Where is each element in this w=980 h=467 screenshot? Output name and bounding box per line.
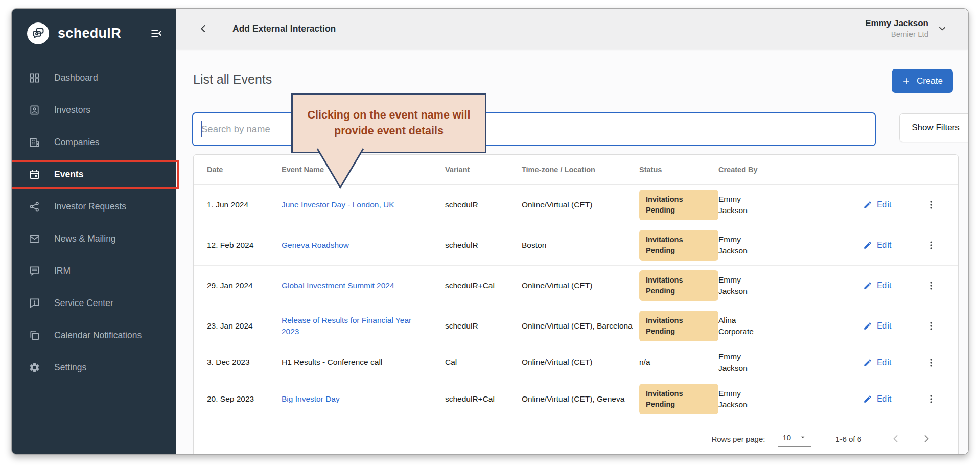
event-date: 12. Feb 2024 <box>207 240 282 251</box>
sidebar-item-events[interactable]: Events <box>12 158 176 191</box>
events-icon <box>29 169 40 180</box>
event-created-by: Emmy Jackson <box>718 194 863 217</box>
status-badge: Invitations Pending <box>639 384 718 414</box>
event-location: Boston <box>522 240 635 251</box>
sidebar-item-service-center[interactable]: Service Center <box>12 287 176 319</box>
event-status-cell: Invitations Pending <box>639 270 718 301</box>
sidebar-item-investor-requests[interactable]: Investor Requests <box>12 191 176 223</box>
create-button-label: Create <box>917 76 943 86</box>
edit-button[interactable]: Edit <box>863 320 918 332</box>
table-body: 1. Jun 2024 June Investor Day - London, … <box>194 185 958 419</box>
event-date: 23. Jan 2024 <box>207 320 282 332</box>
create-button[interactable]: Create <box>892 69 953 93</box>
user-info: Emmy Jackson Bernier Ltd <box>865 18 928 39</box>
sidebar-item-calendar-notifications[interactable]: Calendar Notifications <box>12 319 176 352</box>
kebab-icon <box>926 199 937 211</box>
sidebar: schedulR Dashboard Investors Companies E… <box>12 9 176 454</box>
edit-button[interactable]: Edit <box>863 393 918 405</box>
user-menu[interactable]: Emmy Jackson Bernier Ltd <box>865 18 948 39</box>
row-menu-button[interactable] <box>926 357 937 368</box>
table-row: 3. Dec 2023 H1 Results - Conference call… <box>194 346 958 379</box>
row-menu-button[interactable] <box>926 199 937 211</box>
mail-icon <box>29 233 40 245</box>
schedulr-logo-icon <box>27 22 49 44</box>
edit-button[interactable]: Edit <box>863 357 918 369</box>
sidebar-item-news-mailing[interactable]: News & Mailing <box>12 223 176 255</box>
back-button[interactable] <box>198 23 209 34</box>
kebab-icon <box>926 240 937 251</box>
rows-per-page-label: Rows per page: <box>711 435 765 443</box>
row-menu-button[interactable] <box>926 240 937 251</box>
status-badge: Invitations Pending <box>639 311 718 341</box>
event-status-cell: n/a <box>639 357 718 368</box>
table-row: 23. Jan 2024 Release of Results for Fina… <box>194 306 958 346</box>
event-date: 1. Jun 2024 <box>207 199 282 211</box>
sidebar-item-irm[interactable]: IRM <box>12 255 176 287</box>
sidebar-item-companies[interactable]: Companies <box>12 126 176 158</box>
event-variant: Cal <box>445 357 522 368</box>
edit-button[interactable]: Edit <box>863 239 918 251</box>
event-name-link[interactable]: Global Investment Summit 2024 <box>282 281 394 290</box>
edit-button[interactable]: Edit <box>863 199 918 211</box>
column-header: Created By <box>718 166 863 174</box>
next-page-button[interactable] <box>920 433 932 445</box>
investors-icon <box>29 104 40 116</box>
table-row: 29. Jan 2024 Global Investment Summit 20… <box>194 266 958 306</box>
rows-per-page-value: 10 <box>782 433 791 442</box>
sidebar-item-settings[interactable]: Settings <box>12 352 176 384</box>
event-date: 29. Jan 2024 <box>207 280 282 291</box>
event-name-link[interactable]: Big Investor Day <box>282 394 340 403</box>
row-menu-button[interactable] <box>926 320 937 332</box>
row-menu-button[interactable] <box>926 393 937 405</box>
user-name: Emmy Jackson <box>865 18 928 29</box>
event-date: 20. Sep 2023 <box>207 393 282 405</box>
event-name-link[interactable]: Geneva Roadshow <box>282 241 349 249</box>
brand: schedulR <box>12 21 176 45</box>
companies-icon <box>29 136 40 148</box>
column-header: Variant <box>445 166 522 174</box>
page-breadcrumb-title: Add External Interaction <box>232 24 336 34</box>
rows-per-page-select[interactable]: 10 <box>778 432 811 447</box>
event-location: Online/Virtual (CET) <box>522 199 635 211</box>
event-name-link[interactable]: Release of Results for Financial Year 20… <box>282 316 411 336</box>
column-header: Time-zone / Location <box>522 166 639 174</box>
prev-page-button[interactable] <box>890 433 902 445</box>
event-location: Online/Virtual (CET), Barcelona <box>522 320 635 332</box>
chevron-down-icon <box>937 23 948 34</box>
status-badge: Invitations Pending <box>639 190 718 220</box>
user-company: Bernier Ltd <box>865 29 928 39</box>
event-variant: schedulR+Cal <box>445 280 522 291</box>
show-filters-button[interactable]: Show Filters <box>899 113 968 142</box>
event-variant: schedulR <box>445 240 522 251</box>
event-variant: schedulR+Cal <box>445 393 522 405</box>
row-menu-button[interactable] <box>926 280 937 291</box>
plus-icon <box>902 77 911 86</box>
sidebar-nav: Dashboard Investors Companies Events Inv… <box>12 62 176 384</box>
edit-pencil-icon <box>863 200 872 209</box>
event-created-by: Emmy Jackson <box>718 388 863 411</box>
table-row: 12. Feb 2024 Geneva Roadshow schedulR Bo… <box>194 225 958 266</box>
edit-pencil-icon <box>863 358 872 367</box>
sidebar-item-investors[interactable]: Investors <box>12 94 176 126</box>
edit-pencil-icon <box>863 241 872 250</box>
app-window: schedulR Dashboard Investors Companies E… <box>11 8 969 455</box>
event-name-link[interactable]: June Investor Day - London, UK <box>282 200 394 209</box>
event-status-cell: Invitations Pending <box>639 190 718 220</box>
pagination-range: 1-6 of 6 <box>835 435 861 443</box>
event-location: Online/Virtual (CET), Geneva <box>522 393 635 405</box>
brand-name: schedulR <box>58 26 121 41</box>
kebab-icon <box>926 393 937 405</box>
content-area: List all Events Create Show Filters Clic… <box>176 49 968 454</box>
collapse-sidebar-icon[interactable] <box>150 27 163 40</box>
share-icon <box>29 201 40 213</box>
event-location: Online/Virtual (CET) <box>522 280 635 291</box>
event-date: 3. Dec 2023 <box>207 357 282 368</box>
edit-pencil-icon <box>863 281 872 290</box>
sidebar-item-dashboard[interactable]: Dashboard <box>12 62 176 94</box>
page-title: List all Events <box>193 72 272 87</box>
event-status-cell: Invitations Pending <box>639 311 718 341</box>
event-name-text: H1 Results - Conference call <box>282 358 382 366</box>
edit-button[interactable]: Edit <box>863 279 918 292</box>
event-created-by: Alina Corporate <box>718 315 863 338</box>
status-badge: Invitations Pending <box>639 270 718 301</box>
